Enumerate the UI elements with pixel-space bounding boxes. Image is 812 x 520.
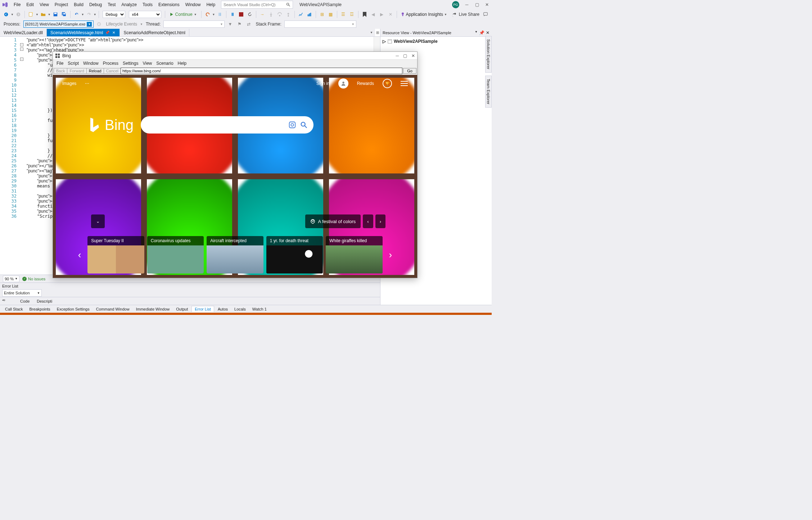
stop-icon[interactable]	[237, 10, 245, 18]
bing-search-icon[interactable]	[300, 121, 308, 129]
errlist-scope-dropdown[interactable]: Entire Solution▼	[2, 289, 42, 297]
wv2-menu-process[interactable]: Process	[101, 61, 121, 66]
tab-exception[interactable]: Exception Settings	[54, 306, 93, 312]
wv2-forward-button[interactable]: Forward	[67, 68, 86, 74]
save-all-icon[interactable]	[60, 10, 68, 18]
hot-reload-icon[interactable]	[204, 10, 212, 18]
open-icon[interactable]	[39, 10, 47, 18]
nav-back-icon[interactable]	[2, 10, 10, 18]
feedback-icon[interactable]	[482, 10, 490, 18]
status-repo[interactable]: ⎇ WebView2Samples	[410, 315, 450, 315]
bing-images-link[interactable]: Images	[62, 81, 76, 86]
dropdown-arrow-icon[interactable]: ▼	[11, 13, 14, 16]
panel-close-icon[interactable]: ✕	[486, 30, 490, 35]
chart2-icon[interactable]	[306, 10, 313, 18]
menu-help[interactable]: Help	[203, 1, 218, 9]
bing-rewards-icon[interactable]: 🏆	[383, 79, 392, 88]
menu-edit[interactable]: Edit	[23, 1, 37, 9]
tab-autos[interactable]: Autos	[215, 306, 231, 312]
bing-search-box[interactable]	[141, 116, 313, 134]
tab-overflow-icon[interactable]: ▼	[370, 31, 373, 34]
carousel-prev-icon[interactable]: ‹	[75, 236, 85, 273]
step-over-icon[interactable]	[276, 10, 284, 18]
process-dropdown[interactable]: [92812] WebView2APISample.exe▼	[23, 21, 94, 28]
wv2-menu-scenario[interactable]: Scenario	[154, 61, 175, 66]
status-pull[interactable]: ✎ 1	[397, 315, 404, 315]
wv2-url-input[interactable]	[121, 68, 402, 74]
menu-project[interactable]: Project	[52, 1, 71, 9]
team-explorer-tab[interactable]: Team Explorer	[485, 76, 492, 108]
wv2-go-button[interactable]: Go	[403, 68, 416, 74]
bing-avatar-icon[interactable]	[338, 78, 348, 89]
bookmark-clear-icon[interactable]: ✕	[387, 10, 394, 18]
break-all-icon[interactable]: ⏸	[229, 10, 236, 18]
carousel-item-2[interactable]: Coronavirus updates	[147, 236, 204, 273]
expand-icon[interactable]: ▷	[383, 39, 386, 44]
tab-errorlist[interactable]: Error List	[191, 306, 214, 312]
close-tab-icon[interactable]: ✕	[112, 31, 116, 35]
resource-tree-root[interactable]: ▷ WebView2APISample	[382, 38, 490, 45]
tab-locals[interactable]: Locals	[231, 306, 249, 312]
tab-callstack[interactable]: Call Stack	[2, 306, 26, 312]
tool-icon-1[interactable]: ⊞	[318, 10, 326, 18]
wv2-menu-help[interactable]: Help	[176, 61, 189, 66]
menu-build[interactable]: Build	[71, 1, 86, 9]
carousel-item-3[interactable]: Aircraft intercepted	[207, 236, 263, 273]
tool-icon-3[interactable]: ☰	[339, 10, 347, 18]
status-branch[interactable]: ⑂ master ▴	[456, 315, 475, 315]
menu-file[interactable]: File	[11, 1, 23, 9]
bing-hotd-prev[interactable]: ‹	[363, 214, 373, 228]
solution-explorer-tab[interactable]: Solution Explorer	[485, 36, 492, 73]
bing-menu-icon[interactable]	[401, 81, 408, 86]
wv2-menu-window[interactable]: Window	[81, 61, 101, 66]
flag-icon[interactable]: ⚑	[235, 20, 243, 28]
bing-signin-link[interactable]: Sign in	[316, 81, 330, 86]
bookmark-prev-icon[interactable]: ◀	[369, 10, 377, 18]
bing-hotd-next[interactable]: ›	[375, 214, 385, 228]
threads-icon[interactable]: ⇄	[245, 20, 253, 28]
maximize-button[interactable]: ▢	[474, 2, 479, 7]
doc-tab-webmessage[interactable]: ScenarioWebMessage.html 📌 ✕	[47, 29, 120, 36]
no-issues-indicator[interactable]: ✓No issues	[22, 277, 45, 281]
wv2-menu-settings[interactable]: Settings	[121, 61, 140, 66]
bing-rewards-link[interactable]: Rewards	[357, 81, 374, 86]
save-icon[interactable]	[51, 10, 59, 18]
wv2-menu-file[interactable]: File	[54, 61, 66, 66]
menu-view[interactable]: View	[37, 1, 52, 9]
redo-icon[interactable]	[85, 10, 93, 18]
chart1-icon[interactable]	[297, 10, 305, 18]
menu-tools[interactable]: Tools	[140, 1, 155, 9]
errlist-col-desc[interactable]: Descripti	[37, 299, 52, 303]
pin-icon[interactable]: 📌	[105, 31, 109, 35]
tab-breakpoints[interactable]: Breakpoints	[27, 306, 53, 312]
tab-output[interactable]: Output	[173, 306, 191, 312]
carousel-item-1[interactable]: Super Tuesday II	[87, 236, 144, 273]
live-share-button[interactable]: Live Share	[450, 12, 481, 17]
quick-launch[interactable]	[221, 1, 293, 9]
wv2-titlebar[interactable]: Bing ─ ▢ ✕	[53, 52, 417, 60]
bing-expand-icon[interactable]: ⌄	[91, 214, 105, 228]
carousel-item-5[interactable]: White giraffes killed	[326, 236, 383, 273]
wv2-menu-view[interactable]: View	[140, 61, 154, 66]
undo-icon[interactable]	[73, 10, 81, 18]
bing-search-input[interactable]	[146, 122, 285, 128]
menu-analyze[interactable]: Analyze	[118, 1, 140, 9]
status-push[interactable]: ↑ 0	[386, 315, 392, 315]
filter-icon[interactable]: ▼	[226, 20, 234, 28]
tab-immediate[interactable]: Immediate Window	[133, 306, 173, 312]
app-insights-button[interactable]: Application Insights ▼	[399, 12, 448, 17]
tab-watch[interactable]: Watch 1	[249, 306, 270, 312]
wv2-back-button[interactable]: Back	[54, 68, 67, 74]
wv2-reload-button[interactable]: Reload	[86, 68, 104, 74]
nav-forward-icon[interactable]	[14, 10, 22, 18]
menu-window[interactable]: Window	[182, 1, 204, 9]
menu-extensions[interactable]: Extensions	[155, 1, 182, 9]
step-out-icon[interactable]	[284, 10, 292, 18]
stack-frame-dropdown[interactable]: ▼	[284, 21, 356, 28]
step-into-icon[interactable]	[267, 10, 275, 18]
menu-test[interactable]: Test	[105, 1, 118, 9]
doc-tab-loader[interactable]: WebView2Loader.dll	[0, 29, 47, 36]
diagnostics-icon[interactable]: ⁞⁞	[216, 10, 224, 18]
next-statement-icon[interactable]: →	[258, 10, 266, 18]
status-notifications[interactable]: 🏳 3	[481, 315, 489, 315]
